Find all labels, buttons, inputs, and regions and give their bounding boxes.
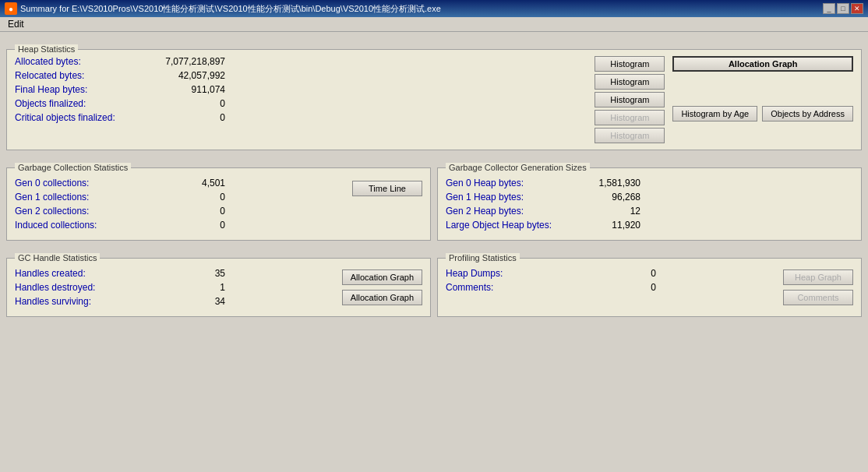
profiling-buttons: Heap Graph Comments <box>783 268 853 305</box>
handles-destroyed-label: Handles destroyed: <box>15 282 147 293</box>
gen1-heap-value: 96,268 <box>578 192 640 203</box>
profiling-stats-rows: Heap Dumps: 0 Comments: 0 <box>446 268 775 296</box>
histogram-by-age-button[interactable]: Histogram by Age <box>672 106 757 122</box>
relocated-bytes-value: 42,057,992 <box>147 70 225 81</box>
heap-stats-left: Allocated bytes: 7,077,218,897 Relocated… <box>15 56 587 126</box>
final-heap-value: 911,074 <box>147 84 225 95</box>
stat-row-final-heap: Final Heap bytes: 911,074 <box>15 84 587 95</box>
gen0-collections-row: Gen 0 collections: 4,501 <box>15 178 344 188</box>
gen2-heap-label: Gen 2 Heap bytes: <box>446 206 578 217</box>
histogram-btn-3[interactable]: Histogram <box>595 92 665 107</box>
handles-allocation-graph-btn-1[interactable]: Allocation Graph <box>342 269 422 285</box>
gen1-label: Gen 1 collections: <box>15 192 147 203</box>
gc-generation-sizes-section: Garbage Collector Generation Sizes Gen 0… <box>437 167 862 241</box>
title-bar: ● Summary for E:\VS2010Pros\VS2010性能分析测试… <box>0 0 868 17</box>
heap-dumps-row: Heap Dumps: 0 <box>446 268 775 279</box>
objects-finalized-label: Objects finalized: <box>15 98 147 109</box>
maximize-button[interactable]: □ <box>837 3 849 14</box>
comments-button: Comments <box>783 290 853 305</box>
large-object-heap-row: Large Object Heap bytes: 11,920 <box>446 220 853 231</box>
gen1-value: 0 <box>147 192 225 203</box>
profiling-statistics-section: Profiling Statistics Heap Dumps: 0 Comme… <box>437 258 862 317</box>
gen2-heap-row: Gen 2 Heap bytes: 12 <box>446 206 853 217</box>
timeline-button-container: Time Line <box>352 178 422 196</box>
gen2-value: 0 <box>147 206 225 217</box>
induced-label: Induced collections: <box>15 220 147 231</box>
gen1-heap-row: Gen 1 Heap bytes: 96,268 <box>446 192 853 203</box>
gen0-heap-value: 1,581,930 <box>578 178 640 188</box>
gc-handle-buttons: Allocation Graph Allocation Graph <box>342 268 422 305</box>
gen0-label: Gen 0 collections: <box>15 178 147 188</box>
bottom-row: GC Handle Statistics Handles created: 35… <box>6 247 862 323</box>
histogram-btn-4: Histogram <box>595 110 665 125</box>
gen0-value: 4,501 <box>147 178 225 188</box>
handles-destroyed-row: Handles destroyed: 1 <box>15 282 334 293</box>
allocated-bytes-value: 7,077,218,897 <box>147 56 225 67</box>
handles-surviving-row: Handles surviving: 34 <box>15 296 334 307</box>
gen1-heap-label: Gen 1 Heap bytes: <box>446 192 578 203</box>
gc-statistics-title: Garbage Collection Statistics <box>15 163 131 172</box>
gc-stats-rows: Gen 0 collections: 4,501 Gen 1 collectio… <box>15 178 344 234</box>
induced-value: 0 <box>147 220 225 231</box>
induced-collections-row: Induced collections: 0 <box>15 220 344 231</box>
heap-graph-buttons: Allocation Graph Histogram by Age Object… <box>672 56 853 122</box>
large-object-label: Large Object Heap bytes: <box>446 220 578 231</box>
handles-destroyed-value: 1 <box>147 282 225 293</box>
large-object-value: 11,920 <box>578 220 640 231</box>
heap-statistics-title: Heap Statistics <box>15 44 78 54</box>
heap-histogram-buttons: Histogram Histogram Histogram Histogram … <box>595 56 665 143</box>
handles-created-row: Handles created: 35 <box>15 268 334 279</box>
allocated-bytes-label: Allocated bytes: <box>15 56 147 67</box>
stat-row-relocated: Relocated bytes: 42,057,992 <box>15 70 587 81</box>
gen2-label: Gen 2 collections: <box>15 206 147 217</box>
heap-dumps-label: Heap Dumps: <box>446 268 578 279</box>
critical-objects-label: Critical objects finalized: <box>15 112 147 123</box>
handles-created-value: 35 <box>147 268 225 279</box>
comments-label: Comments: <box>446 282 578 293</box>
timeline-button[interactable]: Time Line <box>352 181 422 196</box>
profiling-statistics-title: Profiling Statistics <box>446 253 520 262</box>
objects-finalized-value: 0 <box>147 98 225 109</box>
critical-objects-value: 0 <box>147 112 225 123</box>
handles-surviving-label: Handles surviving: <box>15 296 147 307</box>
comments-row: Comments: 0 <box>446 282 775 293</box>
relocated-bytes-label: Relocated bytes: <box>15 70 147 81</box>
heap-dumps-value: 0 <box>578 268 656 279</box>
gc-row: Garbage Collection Statistics Gen 0 coll… <box>6 157 862 247</box>
gen2-collections-row: Gen 2 collections: 0 <box>15 206 344 217</box>
allocation-graph-button[interactable]: Allocation Graph <box>672 56 853 72</box>
comments-value: 0 <box>578 282 656 293</box>
stat-row-critical-objects: Critical objects finalized: 0 <box>15 112 587 123</box>
gc-gen-sizes-rows: Gen 0 Heap bytes: 1,581,930 Gen 1 Heap b… <box>446 178 853 231</box>
main-content: Heap Statistics Allocated bytes: 7,077,2… <box>0 32 868 329</box>
menu-edit[interactable]: Edit <box>5 18 27 30</box>
histogram-btn-5: Histogram <box>595 128 665 143</box>
gc-gen-sizes-title: Garbage Collector Generation Sizes <box>446 163 590 172</box>
handles-surviving-value: 34 <box>147 296 225 307</box>
heap-statistics-section: Heap Statistics Allocated bytes: 7,077,2… <box>6 49 862 150</box>
handles-allocation-graph-btn-2[interactable]: Allocation Graph <box>342 290 422 305</box>
minimize-button[interactable]: _ <box>823 3 835 14</box>
gen2-heap-value: 12 <box>578 206 640 217</box>
final-heap-label: Final Heap bytes: <box>15 84 147 95</box>
close-button[interactable]: ✕ <box>851 3 863 14</box>
gen0-heap-label: Gen 0 Heap bytes: <box>446 178 578 188</box>
window-title: Summary for E:\VS2010Pros\VS2010性能分析测试\V… <box>20 3 441 15</box>
histogram-btn-2[interactable]: Histogram <box>595 74 665 90</box>
app-icon: ● <box>5 2 17 15</box>
gen0-heap-row: Gen 0 Heap bytes: 1,581,930 <box>446 178 853 188</box>
handles-created-label: Handles created: <box>15 268 147 279</box>
gc-handle-rows: Handles created: 35 Handles destroyed: 1… <box>15 268 334 310</box>
gc-statistics-section: Garbage Collection Statistics Gen 0 coll… <box>6 167 431 241</box>
gen1-collections-row: Gen 1 collections: 0 <box>15 192 344 203</box>
gc-handle-statistics-section: GC Handle Statistics Handles created: 35… <box>6 258 431 317</box>
objects-by-address-button[interactable]: Objects by Address <box>762 106 853 122</box>
stat-row-allocated: Allocated bytes: 7,077,218,897 <box>15 56 587 67</box>
menu-bar: Edit <box>0 17 868 32</box>
stat-row-objects-finalized: Objects finalized: 0 <box>15 98 587 109</box>
gc-handle-title: GC Handle Statistics <box>15 253 100 262</box>
heap-graph-button: Heap Graph <box>783 269 853 285</box>
histogram-btn-1[interactable]: Histogram <box>595 56 665 72</box>
